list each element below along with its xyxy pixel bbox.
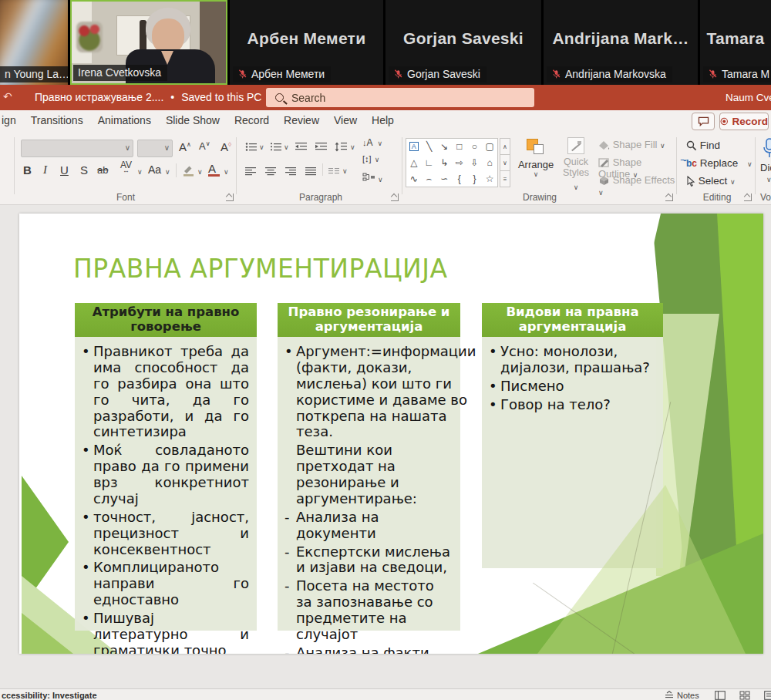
- bullet-list-button[interactable]: [245, 141, 258, 155]
- editing-dialog-launcher[interactable]: [744, 194, 752, 201]
- increase-indent-button[interactable]: [315, 141, 328, 155]
- participant-tile[interactable]: Арбен Мемети Арбен Мемети: [230, 0, 383, 85]
- participant-tile-active-speaker[interactable]: Irena Cvetkovska: [70, 0, 227, 85]
- column1-header[interactable]: Атрибути на правно говорење: [75, 303, 257, 337]
- comments-button[interactable]: [692, 113, 715, 130]
- arrange-button[interactable]: Arrange ∨: [517, 137, 555, 178]
- ribbon-tab[interactable]: Transitions: [31, 114, 83, 126]
- chevron-down-icon[interactable]: ∨: [350, 143, 355, 151]
- character-spacing-button[interactable]: AV↔: [120, 162, 132, 173]
- oval-shape[interactable]: ○: [467, 139, 483, 155]
- chevron-down-icon[interactable]: ∨: [259, 143, 264, 151]
- arrow-line-shape[interactable]: ↘: [436, 139, 452, 155]
- decrease-font-size-button[interactable]: A∨: [199, 140, 210, 152]
- font-size-combo[interactable]: ∨: [137, 140, 173, 157]
- text-shadow-button[interactable]: S: [80, 163, 88, 177]
- column3-header[interactable]: Видови на правна аргументација: [482, 303, 663, 337]
- align-right-button[interactable]: [285, 165, 297, 179]
- find-button[interactable]: Find: [686, 140, 720, 151]
- search-input[interactable]: [291, 92, 492, 104]
- align-center-button[interactable]: [265, 165, 277, 179]
- ribbon-tab[interactable]: ign: [2, 114, 16, 126]
- ribbon-tab[interactable]: Help: [372, 114, 394, 126]
- change-case-button[interactable]: Aa: [148, 163, 161, 176]
- ribbon-tab[interactable]: View: [334, 114, 357, 126]
- elbow-arrow-connector-shape[interactable]: ↳: [436, 155, 452, 171]
- font-color-button[interactable]: A: [208, 162, 220, 177]
- more-shapes-icon[interactable]: ≡: [500, 171, 510, 187]
- chevron-down-icon[interactable]: ∨: [165, 168, 170, 176]
- slide[interactable]: ПРАВНА АРГУМЕНТИРАЦИЈА Атрибути на правн…: [19, 214, 763, 654]
- right-arrow-shape[interactable]: ⇨: [452, 155, 467, 171]
- italic-button[interactable]: I: [43, 163, 47, 177]
- save-status[interactable]: Saved to this PC: [181, 91, 261, 103]
- align-left-button[interactable]: [245, 165, 257, 179]
- rectangle-shape[interactable]: □: [452, 139, 467, 155]
- drawing-dialog-launcher[interactable]: [665, 194, 673, 201]
- quick-styles-button[interactable]: Quick Styles ∨: [558, 137, 594, 193]
- dictate-label[interactable]: Dict: [760, 162, 771, 173]
- participant-tile[interactable]: Gorjan Saveski Gorjan Saveski: [386, 0, 541, 85]
- scroll-up-icon[interactable]: ∧: [500, 138, 510, 155]
- document-title[interactable]: Правно истражување 2....: [35, 91, 163, 103]
- record-button[interactable]: Record: [719, 113, 769, 130]
- freeform-shape[interactable]: ⌂: [482, 155, 497, 171]
- chevron-down-icon[interactable]: ∨: [197, 168, 203, 176]
- participant-tile[interactable]: Tamara Tamara M: [700, 0, 771, 85]
- scribble-shape[interactable]: ∿: [406, 170, 422, 187]
- dictate-microphone-icon[interactable]: [760, 137, 771, 160]
- underline-button[interactable]: U: [60, 163, 69, 177]
- elbow-connector-shape[interactable]: ∟: [422, 155, 437, 171]
- paragraph-dialog-launcher[interactable]: [391, 194, 399, 201]
- notes-button[interactable]: Notes: [665, 691, 699, 700]
- participant-tile[interactable]: n Young La…: [0, 0, 68, 85]
- reading-view-button[interactable]: [763, 690, 771, 700]
- chevron-down-icon[interactable]: ∨: [224, 168, 229, 176]
- left-brace-shape[interactable]: {: [452, 170, 467, 187]
- chevron-down-icon[interactable]: ∨: [137, 168, 143, 176]
- shapes-gallery-scroll[interactable]: ∧ ∨ ≡: [500, 138, 510, 187]
- line-spacing-button[interactable]: [335, 141, 348, 155]
- strikethrough-button[interactable]: ab: [97, 164, 108, 176]
- star-shape[interactable]: ☆: [482, 170, 497, 187]
- arc-shape[interactable]: ⌢: [422, 170, 437, 187]
- column2-body[interactable]: • Аргумент:=информации (факти, докази, м…: [278, 337, 460, 631]
- account-user-name[interactable]: Naum Cvetk: [726, 92, 771, 103]
- justify-button[interactable]: [305, 165, 317, 179]
- participant-tile[interactable]: Andrijana Mark… Andrijana Markovska: [544, 0, 698, 85]
- rounded-rectangle-shape[interactable]: ▢: [482, 139, 497, 155]
- ribbon-tab[interactable]: Animations: [98, 114, 151, 126]
- font-dialog-launcher[interactable]: [226, 194, 234, 201]
- search-box[interactable]: [266, 88, 534, 107]
- line-shape[interactable]: ╲: [422, 139, 437, 155]
- replace-button[interactable]: ᷌bc Replace ∨: [686, 157, 752, 169]
- normal-view-button[interactable]: [713, 690, 727, 700]
- highlight-color-button[interactable]: [182, 163, 194, 180]
- chevron-down-icon[interactable]: ∨: [284, 143, 289, 151]
- font-name-combo[interactable]: ∨: [21, 140, 133, 157]
- clear-formatting-button[interactable]: A◊: [221, 140, 231, 153]
- right-brace-shape[interactable]: }: [467, 170, 483, 187]
- curve-shape[interactable]: ∽: [436, 170, 452, 187]
- numbered-list-button[interactable]: [270, 141, 282, 155]
- convert-smartart-button[interactable]: ∨: [362, 171, 383, 185]
- decrease-indent-button[interactable]: [295, 141, 308, 155]
- slide-title[interactable]: ПРАВНА АРГУМЕНТИРАЦИЈА: [73, 254, 448, 284]
- chevron-down-icon[interactable]: ∨: [766, 176, 771, 183]
- undo-icon[interactable]: ↶: [3, 90, 12, 103]
- shape-fill-button[interactable]: Shape Fill ∨: [598, 139, 665, 150]
- slide-sorter-view-button[interactable]: [738, 690, 752, 700]
- align-text-button[interactable]: [↕]∨: [362, 154, 379, 163]
- accessibility-status[interactable]: ccessibility: Investigate: [2, 691, 97, 700]
- columns-button[interactable]: [328, 165, 340, 179]
- select-button[interactable]: Select ∨: [686, 175, 736, 187]
- column1-body[interactable]: • Правникот треба да има способност да г…: [75, 337, 257, 631]
- column2-header[interactable]: Правно резонирање и аргументација: [278, 303, 460, 337]
- ribbon-tab[interactable]: Slide Show: [166, 114, 220, 126]
- text-direction-button[interactable]: ↓A∨: [362, 137, 382, 148]
- bold-button[interactable]: B: [23, 163, 32, 177]
- increase-font-size-button[interactable]: A∧: [179, 140, 191, 153]
- ribbon-tab[interactable]: Record: [234, 114, 269, 126]
- scroll-down-icon[interactable]: ∨: [500, 155, 510, 171]
- ribbon-tab[interactable]: Review: [284, 114, 319, 126]
